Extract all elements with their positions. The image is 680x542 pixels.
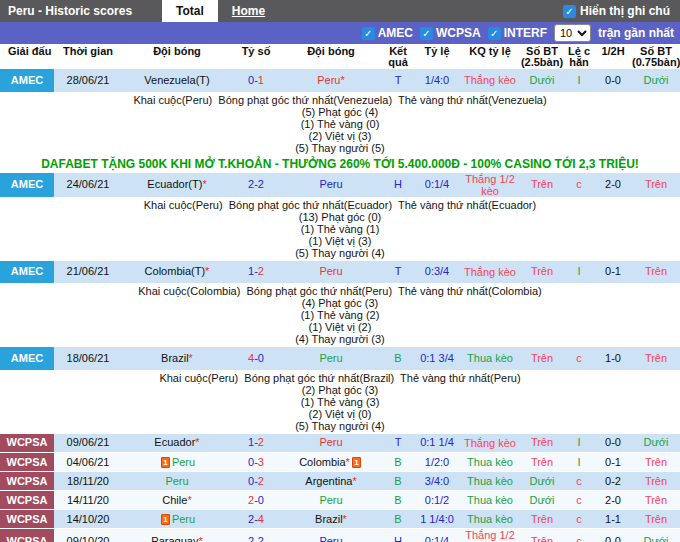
half-score: 1-1 bbox=[594, 510, 632, 529]
home-team: Ecuador* bbox=[122, 434, 232, 453]
league-badge: AMEC bbox=[0, 69, 54, 92]
half-score: 0-0 bbox=[594, 434, 632, 453]
goals-25-result: Trên bbox=[520, 529, 564, 542]
score: 4-0 bbox=[232, 347, 280, 370]
team-star-mark: * bbox=[189, 352, 193, 364]
col-header-result: Kết quả bbox=[382, 44, 414, 69]
away-team-name: Peru bbox=[319, 535, 342, 542]
checkbox-checked-icon[interactable]: ✓ bbox=[488, 27, 501, 40]
col-header-half: 1/2H bbox=[594, 44, 632, 69]
home-team: 1Peru bbox=[122, 453, 232, 472]
odds-result: Thắng kèo bbox=[460, 434, 520, 453]
score: 2-2 bbox=[232, 529, 280, 542]
goals-25-result: Dưới bbox=[520, 491, 564, 510]
odds-result: Thắng kèo bbox=[460, 69, 520, 92]
match-row: AMEC 24/06/21 Ecuador(T)* 2-2 Peru H 0:1… bbox=[0, 173, 680, 198]
odds-result: Thua kèo bbox=[460, 472, 520, 491]
match-row: WCPSA 18/11/20 Peru 0-2 Argentina* B 3/4… bbox=[0, 472, 680, 491]
red-card-icon: 1 bbox=[352, 457, 361, 468]
checkbox-checked-icon[interactable]: ✓ bbox=[420, 27, 433, 40]
filter-label-amec: AMEC bbox=[378, 26, 413, 40]
goals-25-result: Trên bbox=[520, 173, 564, 198]
home-team: Ecuador(T)* bbox=[122, 173, 232, 198]
match-date: 18/06/21 bbox=[54, 347, 122, 370]
tab-home[interactable]: Home bbox=[218, 0, 279, 22]
recent-matches-select[interactable]: 10 bbox=[554, 24, 591, 42]
result: H bbox=[382, 173, 414, 198]
tab-total[interactable]: Total bbox=[162, 0, 218, 22]
home-team: 1Peru bbox=[122, 510, 232, 529]
goals-075-result: Trên bbox=[632, 173, 680, 198]
checkbox-checked-icon[interactable]: ✓ bbox=[362, 27, 375, 40]
half-score: 0-2 bbox=[594, 472, 632, 491]
odds-rate: 3/4:0 bbox=[414, 472, 460, 491]
filter-checkbox-wcpsa[interactable]: ✓ WCPSA bbox=[420, 26, 481, 40]
col-header-time: Thời gian bbox=[54, 44, 122, 69]
away-team-name: Brazil bbox=[315, 513, 343, 525]
away-team: Peru bbox=[280, 261, 382, 284]
score: 2-0 bbox=[232, 491, 280, 510]
match-row: WCPSA 04/06/21 1Peru 0-3 Colombia*1 B 1/… bbox=[0, 453, 680, 472]
home-team-name: Brazil bbox=[161, 352, 189, 364]
goals-075-result: Dưới bbox=[632, 529, 680, 542]
col-header-away-team: Đội bóng bbox=[280, 44, 382, 69]
notes-row: Khai cuộc(Peru) Bóng phạt góc thứ nhất(B… bbox=[0, 370, 680, 434]
odds-result: Thắng kèo bbox=[460, 261, 520, 284]
away-team-name: Peru bbox=[319, 265, 342, 277]
filter-label-interf: INTERF bbox=[504, 26, 547, 40]
league-badge: WCPSA bbox=[0, 491, 54, 510]
match-date: 28/06/21 bbox=[54, 69, 122, 92]
league-badge: WCPSA bbox=[0, 510, 54, 529]
goals-25-result: Trên bbox=[520, 261, 564, 284]
result: H bbox=[382, 529, 414, 542]
filter-checkbox-amec[interactable]: ✓ AMEC bbox=[362, 26, 413, 40]
home-team: Brazil* bbox=[122, 347, 232, 370]
goals-075-result: Trên bbox=[632, 347, 680, 370]
filter-bar: ✓ AMEC ✓ WCPSA ✓ INTERF 10 trận gần nhất bbox=[0, 22, 680, 44]
goals-075-result: Trên bbox=[632, 472, 680, 491]
match-notes: Khai cuộc(Colombia) Bóng phạt góc thứ nh… bbox=[0, 284, 680, 348]
goals-075-result: Dưới bbox=[632, 434, 680, 453]
odds-result: Thua kèo bbox=[460, 491, 520, 510]
odds-rate: 0:1/4 bbox=[414, 173, 460, 198]
result: T bbox=[382, 69, 414, 92]
league-badge: AMEC bbox=[0, 173, 54, 198]
match-row: AMEC 21/06/21 Colombia(T)* 1-2 Peru T 0:… bbox=[0, 261, 680, 284]
goals-25-result: Dưới bbox=[520, 472, 564, 491]
filter-label-wcpsa: WCPSA bbox=[436, 26, 481, 40]
team-star-mark: * bbox=[343, 513, 347, 525]
col-header-goals-25: Số BT (2.5bàn) bbox=[520, 44, 564, 69]
score: 1-2 bbox=[232, 261, 280, 284]
home-team-name: Peru bbox=[172, 456, 195, 468]
show-notes-toggle[interactable]: ✓ Hiển thị ghi chú bbox=[563, 0, 680, 22]
col-header-score: Tỷ số bbox=[232, 44, 280, 69]
team-star-mark: * bbox=[198, 535, 202, 542]
half-score: 2-0 bbox=[594, 173, 632, 198]
match-date: 18/11/20 bbox=[54, 472, 122, 491]
league-badge: AMEC bbox=[0, 261, 54, 284]
away-team: Peru bbox=[280, 491, 382, 510]
home-team-name: Colombia(T) bbox=[145, 265, 206, 277]
match-row: AMEC 18/06/21 Brazil* 4-0 Peru B 0:1 3/4… bbox=[0, 347, 680, 370]
odd-even-result: I bbox=[564, 453, 594, 472]
odd-even-result: I bbox=[564, 261, 594, 284]
half-score: 0-1 bbox=[594, 261, 632, 284]
home-team: Chile* bbox=[122, 491, 232, 510]
league-badge: WCPSA bbox=[0, 529, 54, 542]
checkbox-checked-icon[interactable]: ✓ bbox=[563, 5, 576, 18]
goals-25-result: Dưới bbox=[520, 69, 564, 92]
col-header-home-team: Đội bóng bbox=[122, 44, 232, 69]
promo-banner[interactable]: DAFABET TẶNG 500K KHI MỞ T.KHOẢN - THƯỞN… bbox=[41, 157, 639, 171]
score: 0-1 bbox=[232, 69, 280, 92]
away-team: Peru* bbox=[280, 69, 382, 92]
odd-even-result: I bbox=[564, 434, 594, 453]
goals-25-result: Trên bbox=[520, 453, 564, 472]
match-row: WCPSA 14/10/20 1Peru 2-4 Brazil* B 1 1/4… bbox=[0, 510, 680, 529]
odds-rate: 0:1/4 bbox=[414, 529, 460, 542]
filter-checkbox-interf[interactable]: ✓ INTERF bbox=[488, 26, 547, 40]
notes-row: Khai cuộc(Peru) Bóng phạt góc thứ nhất(E… bbox=[0, 197, 680, 261]
home-team: Venezuela(T) bbox=[122, 69, 232, 92]
score: 2-4 bbox=[232, 510, 280, 529]
team-star-mark: * bbox=[202, 178, 206, 190]
goals-075-result: Trên bbox=[632, 510, 680, 529]
